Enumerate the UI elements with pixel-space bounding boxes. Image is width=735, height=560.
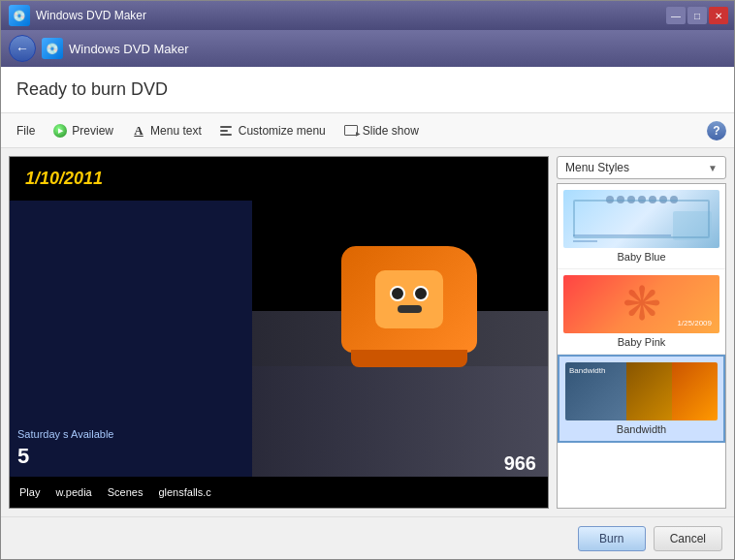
customize-menu-button[interactable]: Customize menu bbox=[211, 119, 334, 142]
menu-text-button[interactable]: A Menu text bbox=[123, 119, 209, 142]
video-area: 1/10/2011 Saturday s Available 5 bbox=[9, 156, 549, 509]
main-content: 1/10/2011 Saturday s Available 5 bbox=[1, 148, 734, 516]
preview-label: Preview bbox=[72, 124, 113, 138]
page-header: Ready to burn DVD bbox=[1, 67, 734, 113]
video-left-panel: Saturday s Available 5 bbox=[10, 201, 252, 477]
maximize-button[interactable]: □ bbox=[687, 7, 707, 24]
baby-pink-label: Baby Pink bbox=[563, 336, 719, 348]
file-label: File bbox=[16, 124, 35, 138]
slide-show-button[interactable]: Slide show bbox=[336, 119, 427, 142]
video-play-item: Play bbox=[19, 486, 40, 498]
video-preview: 1/10/2011 Saturday s Available 5 bbox=[9, 156, 549, 509]
nav-app-icon: 💿 bbox=[42, 38, 63, 59]
footer: Burn Cancel bbox=[1, 516, 734, 559]
customize-menu-icon bbox=[219, 123, 235, 139]
video-overlay: 1/10/2011 Saturday s Available 5 bbox=[10, 157, 548, 508]
title-bar: 💿 Windows DVD Maker — □ ✕ bbox=[1, 1, 734, 30]
preview-icon: ▶ bbox=[52, 123, 68, 139]
bandwidth-label: Bandwidth bbox=[565, 423, 718, 435]
title-bar-left: 💿 Windows DVD Maker bbox=[9, 5, 146, 26]
styles-panel: Menu Styles ▼ bbox=[557, 156, 726, 509]
title-bar-controls: — □ ✕ bbox=[666, 7, 728, 24]
video-url2-item: glensfalls.c bbox=[158, 486, 210, 498]
baby-pink-thumbnail: ❋ 1/25/2009 bbox=[563, 275, 719, 333]
video-mid-text: Saturday bbox=[17, 428, 60, 440]
baby-blue-label: Baby Blue bbox=[563, 251, 719, 263]
video-right-panel: 966 bbox=[252, 201, 548, 477]
video-bottom-bar: Play w.pedia Scenes glensfalls.c bbox=[10, 477, 548, 508]
cancel-button[interactable]: Cancel bbox=[654, 526, 722, 551]
video-available-text: s Available bbox=[63, 428, 113, 440]
page-title: Ready to burn DVD bbox=[16, 79, 168, 100]
back-button[interactable]: ← bbox=[9, 35, 36, 62]
app-icon: 💿 bbox=[9, 5, 30, 26]
bandwidth-thumb-text: Bandwidth bbox=[569, 366, 605, 375]
video-number: 5 bbox=[17, 444, 29, 468]
file-menu[interactable]: File bbox=[9, 120, 43, 141]
close-button[interactable]: ✕ bbox=[709, 7, 728, 24]
slide-show-label: Slide show bbox=[363, 124, 419, 138]
menu-styles-dropdown[interactable]: Menu Styles ▼ bbox=[557, 156, 726, 179]
styles-list[interactable]: Baby Blue ❋ 1/25/2009 Baby Pink bbox=[557, 183, 726, 509]
minimize-button[interactable]: — bbox=[666, 7, 686, 24]
style-item-bandwidth[interactable]: Bandwidth Bandwidth bbox=[558, 355, 725, 443]
video-scenes-item: Scenes bbox=[108, 486, 144, 498]
video-mid-area: Saturday s Available 5 bbox=[10, 201, 548, 477]
menu-text-label: Menu text bbox=[150, 124, 202, 138]
bandwidth-thumbnail: Bandwidth bbox=[565, 362, 718, 420]
video-url1-item: w.pedia bbox=[55, 486, 91, 498]
style-item-baby-blue[interactable]: Baby Blue bbox=[558, 184, 725, 269]
nav-bar: ← 💿 Windows DVD Maker bbox=[1, 30, 734, 67]
video-number2: 966 bbox=[504, 452, 536, 474]
nav-app-title: Windows DVD Maker bbox=[69, 42, 189, 56]
menu-text-icon: A bbox=[131, 123, 146, 139]
chevron-down-icon: ▼ bbox=[708, 163, 718, 173]
video-date: 1/10/2011 bbox=[10, 157, 548, 201]
window-title: Windows DVD Maker bbox=[36, 9, 146, 22]
toolbar: File ▶ Preview A Menu text Customize men… bbox=[1, 113, 734, 148]
preview-button[interactable]: ▶ Preview bbox=[45, 119, 121, 142]
preview-play-icon: ▶ bbox=[53, 124, 67, 138]
burn-button[interactable]: Burn bbox=[578, 526, 646, 551]
baby-blue-thumbnail bbox=[563, 190, 719, 248]
main-window: 💿 Windows DVD Maker — □ ✕ ← 💿 Windows DV… bbox=[0, 0, 735, 560]
style-item-baby-pink[interactable]: ❋ 1/25/2009 Baby Pink bbox=[558, 269, 725, 355]
customize-menu-label: Customize menu bbox=[239, 124, 326, 138]
slide-show-icon bbox=[343, 123, 359, 139]
styles-dropdown-label: Menu Styles bbox=[565, 161, 629, 174]
help-button[interactable]: ? bbox=[707, 121, 726, 140]
